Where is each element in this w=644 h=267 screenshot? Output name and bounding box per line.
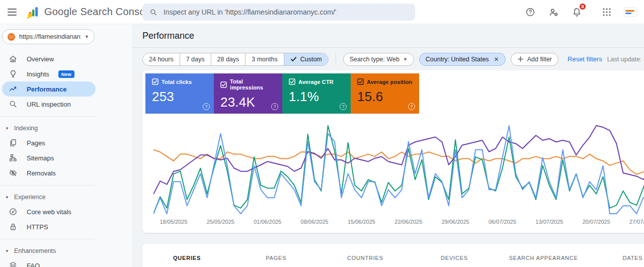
top-app-bar: Google Search Console 8 — [0, 0, 644, 24]
x-tick-label: 08/06/2025 — [301, 219, 329, 225]
sidebar-item-label: Insights — [27, 70, 49, 78]
app-logo[interactable]: Google Search Console — [26, 5, 153, 19]
x-tick-label: 22/06/2025 — [394, 219, 422, 225]
search-icon — [149, 8, 157, 17]
filter-bar: 24 hours 7 days 28 days 3 months Custom … — [132, 48, 644, 70]
sidebar-item-pages[interactable]: Pages — [0, 135, 96, 150]
plus-icon — [517, 56, 524, 62]
date-range-3-months[interactable]: 3 months — [245, 53, 283, 65]
checkbox-checked-icon[interactable] — [220, 81, 227, 88]
menu-icon[interactable] — [2, 2, 22, 22]
help-icon[interactable]: ? — [203, 103, 210, 110]
tab-devices[interactable]: DEVICES — [410, 255, 499, 261]
x-tick-label: 01/06/2025 — [254, 219, 281, 225]
date-range-control: 24 hours 7 days 28 days 3 months Custom — [142, 53, 329, 66]
date-range-7-days[interactable]: 7 days — [180, 53, 211, 65]
sidebar-item-label: Core web vitals — [27, 208, 71, 216]
metric-value: 1.1% — [289, 89, 346, 105]
notification-count-badge: 8 — [579, 3, 586, 10]
x-tick-label: 25/05/2025 — [207, 219, 234, 225]
sidebar-section-experience[interactable]: ▼ Experience — [0, 190, 132, 204]
section-title: Experience — [14, 194, 46, 201]
sidebar-item-overview[interactable]: Overview — [0, 51, 96, 66]
help-icon — [525, 7, 535, 17]
apps-grid-icon — [602, 8, 611, 17]
lightbulb-icon — [9, 69, 18, 78]
url-inspect-searchbar[interactable] — [142, 4, 415, 21]
tab-dates[interactable]: DATES — [588, 255, 644, 261]
metric-value: 15.6 — [357, 89, 414, 105]
metric-label: Total clicks — [162, 79, 192, 85]
reset-filters-link[interactable]: Reset filters — [568, 55, 602, 63]
checkbox-checked-icon[interactable] — [289, 78, 295, 85]
pages-icon — [9, 138, 18, 147]
metric-label: Average position — [367, 79, 412, 85]
help-icon[interactable]: ? — [340, 103, 347, 110]
tab-countries[interactable]: COUNTRIES — [320, 255, 410, 261]
metric-tile-total-impressions[interactable]: Total impressions 23.4K ? — [214, 73, 282, 114]
help-icon[interactable]: ? — [271, 103, 278, 110]
sidebar-item-insights[interactable]: Insights New — [0, 66, 96, 81]
main-scroll-area: Total clicks 253 ? Total impressions 23.… — [132, 70, 644, 267]
sitemap-icon — [9, 153, 18, 162]
sidebar-item-faq[interactable]: FAQ — [0, 258, 96, 267]
sidebar-item-performance[interactable]: Performance — [2, 81, 96, 97]
time-series-chart: 18/05/202525/05/202501/06/202508/06/2025… — [153, 123, 644, 228]
tab-queries[interactable]: QUERIES — [142, 255, 231, 261]
trend-chart-icon — [9, 84, 18, 94]
metric-value: 23.4K — [220, 95, 277, 110]
date-range-28-days[interactable]: 28 days — [211, 53, 246, 65]
date-range-24-hours[interactable]: 24 hours — [143, 53, 180, 65]
date-range-custom[interactable]: Custom — [284, 53, 328, 65]
property-selector[interactable]: https://flamesindianaro... ▼ — [2, 29, 95, 44]
new-badge: New — [58, 70, 74, 78]
magnifier-icon — [9, 100, 18, 109]
notifications-button[interactable]: 8 — [571, 6, 583, 18]
sidebar-item-label: Pages — [27, 139, 45, 147]
sidebar-item-url-inspection[interactable]: URL inspection — [0, 97, 96, 112]
account-avatar[interactable] — [624, 8, 637, 17]
chevron-down-icon: ▼ — [403, 57, 408, 62]
export-button[interactable]: EXPORT — [642, 32, 644, 40]
metric-tile-average-ctr[interactable]: Average CTR 1.1% ? — [282, 73, 351, 114]
help-button[interactable] — [524, 6, 536, 18]
x-tick-label: 15/06/2025 — [348, 219, 375, 225]
search-type-filter[interactable]: Search type: Web ▼ — [343, 53, 414, 66]
metric-tile-average-position[interactable]: Average position 15.6 ? — [351, 73, 419, 114]
page-title: Performance — [142, 31, 194, 41]
sidebar-section-indexing[interactable]: ▼ Indexing — [0, 121, 132, 135]
checkbox-checked-icon[interactable] — [152, 78, 158, 85]
download-icon — [642, 32, 644, 40]
search-console-logo-icon — [26, 5, 40, 19]
chevron-down-icon: ▼ — [5, 126, 9, 131]
sidebar-item-https[interactable]: HTTPS — [0, 219, 96, 234]
metric-value: 253 — [152, 89, 209, 105]
tab-search-appearance[interactable]: SEARCH APPEARANCE — [499, 255, 588, 261]
chevron-down-icon: ▼ — [5, 195, 9, 200]
sidebar-item-removals[interactable]: Removals — [0, 165, 96, 181]
divider — [0, 185, 95, 186]
country-filter-chip[interactable]: Country: United States ✕ — [419, 53, 506, 66]
user-settings-button[interactable] — [547, 6, 559, 18]
sidebar-section-enhancements[interactable]: ▼ Enhancements — [0, 244, 132, 258]
help-icon[interactable]: ? — [408, 103, 415, 110]
search-input[interactable] — [164, 8, 408, 16]
dimension-tabs: QUERIES PAGES COUNTRIES DEVICES SEARCH A… — [142, 249, 644, 267]
divider — [0, 116, 95, 117]
section-title: Enhancements — [14, 247, 56, 254]
sidebar-item-core-web-vitals[interactable]: Core web vitals — [0, 204, 96, 219]
x-tick-label: 18/05/2025 — [159, 219, 187, 225]
metric-tiles: Total clicks 253 ? Total impressions 23.… — [145, 73, 644, 114]
metric-tile-total-clicks[interactable]: Total clicks 253 ? — [145, 73, 214, 114]
close-icon[interactable]: ✕ — [494, 56, 499, 63]
checkbox-checked-icon[interactable] — [357, 78, 364, 85]
section-title: Indexing — [14, 125, 38, 132]
sidebar-item-sitemaps[interactable]: Sitemaps — [0, 150, 96, 165]
eye-off-icon — [9, 168, 18, 177]
tab-pages[interactable]: PAGES — [231, 255, 320, 261]
add-filter-button[interactable]: Add filter — [511, 53, 558, 66]
apps-button[interactable] — [601, 6, 613, 18]
lock-icon — [9, 222, 18, 231]
x-tick-label: 13/07/2025 — [535, 219, 563, 225]
metric-label: Average CTR — [298, 79, 334, 85]
